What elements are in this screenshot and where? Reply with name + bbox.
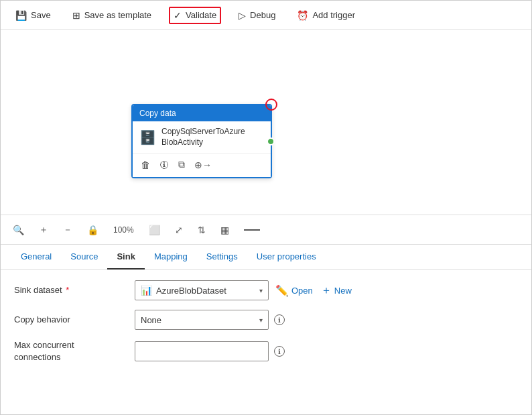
save-icon: 💾 [15, 10, 27, 21]
new-dataset-button[interactable]: ＋ New [320, 282, 353, 299]
required-indicator: * [66, 285, 69, 295]
tab-settings-label: Settings [206, 251, 238, 261]
copy-behavior-value: None [141, 315, 161, 325]
sink-dataset-label-text: Sink dataset [14, 285, 62, 295]
open-label: Open [291, 286, 313, 296]
max-concurrent-label-text: Max concurrentconnections [14, 340, 74, 362]
copy-behavior-control: None ▾ ℹ [135, 310, 518, 330]
debug-label: Debug [250, 10, 275, 20]
activity-body: 🗄️ CopySqlServerToAzureBlobActivity [133, 121, 271, 153]
add-trigger-button[interactable]: ⏰ Add trigger [293, 7, 359, 23]
database-icon: 🗄️ [139, 129, 156, 145]
grid-button[interactable]: ▦ [218, 223, 232, 237]
max-concurrent-row: Max concurrentconnections ℹ [14, 339, 518, 363]
tab-source-label: Source [70, 251, 98, 261]
info-activity-button[interactable]: 🛈 [158, 158, 170, 172]
max-concurrent-control: ℹ [135, 341, 518, 361]
tab-general-label: General [21, 251, 52, 261]
dropdown-arrow-icon: ▾ [259, 316, 263, 324]
fit-window-button[interactable]: ⬜ [146, 223, 163, 237]
copy-behavior-value-text: None [141, 315, 161, 325]
copy-activity-button[interactable]: ⧉ [177, 158, 186, 172]
dropdown-arrow-icon: ▾ [259, 287, 263, 294]
select-mode-button[interactable]: ⤢ [172, 223, 186, 237]
activity-header-label: Copy data [139, 109, 176, 118]
activity-header: Copy data [133, 105, 271, 121]
tabs-bar: General Source Sink Mapping Settings Use… [1, 245, 531, 270]
sink-dataset-value-text: AzureBlobDataset [156, 286, 226, 296]
save-as-template-button[interactable]: ⊞ Save as template [68, 7, 155, 23]
delete-activity-button[interactable]: 🗑 [139, 158, 151, 172]
save-template-label: Save as template [84, 10, 151, 20]
mini-separator [244, 229, 260, 231]
activity-actions: 🗑 🛈 ⧉ ⊕→ [133, 153, 271, 177]
copy-behavior-dropdown[interactable]: None ▾ [135, 310, 269, 330]
save-label: Save [31, 10, 51, 20]
sink-dataset-dropdown[interactable]: 📊 AzureBlobDataset ▾ [135, 280, 269, 300]
validation-indicator [265, 99, 277, 111]
canvas-area: Copy data 🗄️ CopySqlServerToAzureBlobAct… [1, 30, 531, 245]
copy-behavior-row: Copy behavior None ▾ ℹ [14, 310, 518, 330]
panel-area: General Source Sink Mapping Settings Use… [1, 245, 531, 374]
add-trigger-label: Add trigger [312, 10, 355, 20]
tab-sink[interactable]: Sink [107, 245, 144, 270]
copy-behavior-info-icon: ℹ [274, 314, 285, 325]
tab-user-properties-label: User properties [257, 251, 316, 261]
copy-behavior-label: Copy behavior [14, 314, 135, 326]
tab-settings[interactable]: Settings [197, 245, 247, 270]
tab-source[interactable]: Source [61, 245, 107, 270]
activity-name-label: CopySqlServerToAzureBlobActivity [161, 127, 245, 147]
zoom-in-button[interactable]: ＋ [36, 223, 51, 237]
open-dataset-button[interactable]: ✏️ Open [274, 283, 314, 298]
tab-mapping[interactable]: Mapping [145, 245, 197, 270]
zoom-out-button[interactable]: － [60, 223, 75, 237]
toolbar: 💾 Save ⊞ Save as template ✓ Validate ▷ D… [1, 1, 531, 30]
activity-node[interactable]: Copy data 🗄️ CopySqlServerToAzureBlobAct… [131, 104, 272, 178]
sink-dataset-value: 📊 AzureBlobDataset [141, 285, 226, 296]
add-successor-button[interactable]: ⊕→ [193, 158, 213, 172]
sink-dataset-label: Sink dataset * [14, 284, 135, 296]
success-badge [267, 137, 275, 145]
debug-button[interactable]: ▷ Debug [235, 7, 279, 23]
copy-behavior-label-text: Copy behavior [14, 314, 70, 324]
validate-icon: ✓ [174, 10, 182, 21]
max-concurrent-input[interactable] [135, 341, 269, 361]
tab-user-properties[interactable]: User properties [247, 245, 326, 270]
new-label: New [334, 286, 352, 296]
sink-dataset-row: Sink dataset * 📊 AzureBlobDataset ▾ ✏️ O… [14, 280, 518, 300]
form-area: Sink dataset * 📊 AzureBlobDataset ▾ ✏️ O… [1, 270, 531, 374]
validate-button[interactable]: ✓ Validate [169, 7, 221, 24]
max-concurrent-info-icon: ℹ [274, 346, 285, 357]
mini-toolbar: 🔍 ＋ － 🔒 100% ⬜ ⤢ ⇅ ▦ [1, 215, 531, 244]
tab-general[interactable]: General [11, 245, 61, 270]
search-mini-button[interactable]: 🔍 [10, 223, 27, 237]
zoom-fit-button[interactable]: 100% [111, 224, 137, 236]
dataset-icon: 📊 [141, 285, 152, 296]
trigger-icon: ⏰ [297, 10, 308, 21]
save-button[interactable]: 💾 Save [11, 7, 55, 23]
debug-icon: ▷ [239, 10, 246, 21]
validate-label: Validate [186, 10, 216, 20]
tab-sink-label: Sink [117, 251, 135, 261]
lock-button[interactable]: 🔒 [84, 223, 101, 237]
arrange-button[interactable]: ⇅ [195, 223, 208, 237]
edit-icon: ✏️ [275, 284, 289, 297]
plus-icon: ＋ [321, 284, 332, 298]
max-concurrent-label: Max concurrentconnections [14, 339, 135, 363]
sink-dataset-control: 📊 AzureBlobDataset ▾ ✏️ Open ＋ New [135, 280, 518, 300]
save-template-icon: ⊞ [72, 10, 80, 21]
tab-mapping-label: Mapping [154, 251, 188, 261]
